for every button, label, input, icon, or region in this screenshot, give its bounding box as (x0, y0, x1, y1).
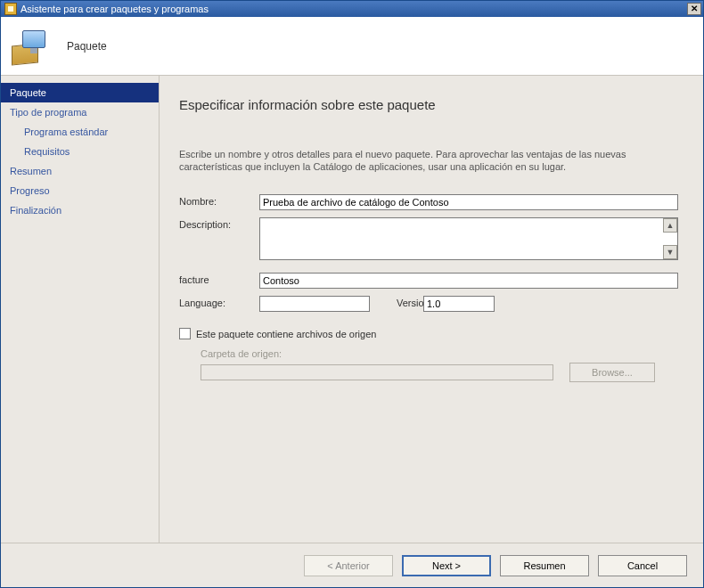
intro-text: Escribe un nombre y otros detalles para … (179, 148, 684, 173)
source-folder-group: Carpeta de origen: Browse... (179, 348, 684, 382)
wizard-steps-sidebar: Paquete Tipo de programa Programa estánd… (1, 76, 160, 543)
main-panel: Especificar información sobre este paque… (160, 76, 703, 543)
browse-button: Browse... (569, 363, 655, 382)
step-progreso[interactable]: Progreso (1, 181, 159, 200)
banner: Paquete (1, 17, 703, 76)
scroll-down-icon[interactable]: ▼ (663, 245, 677, 259)
titlebar: Asistente para crear paquetes y programa… (1, 1, 703, 17)
description-label: Description: (179, 217, 259, 230)
language-label: Language: (179, 296, 259, 308)
close-button[interactable]: ✕ (687, 3, 701, 15)
source-folder-label: Carpeta de origen: (201, 348, 684, 359)
scroll-up-icon[interactable]: ▲ (663, 218, 677, 233)
summary-button[interactable]: Resumen (500, 555, 589, 576)
cancel-button[interactable]: Cancel (598, 555, 687, 576)
step-requisitos[interactable]: Requisitos (1, 142, 159, 161)
source-files-checkbox[interactable] (179, 328, 191, 339)
body: Paquete Tipo de programa Programa estánd… (1, 76, 703, 543)
wizard-window: Asistente para crear paquetes y programa… (0, 0, 704, 588)
banner-label: Paquete (67, 40, 107, 53)
step-finalizacion[interactable]: Finalización (1, 200, 159, 220)
version-label: Version: (370, 296, 423, 308)
source-files-checkbox-label: Este paquete contiene archivos de origen (196, 329, 376, 339)
version-input[interactable] (423, 296, 495, 312)
facture-label: facture (179, 273, 259, 285)
step-resumen[interactable]: Resumen (1, 161, 159, 181)
page-title: Especificar información sobre este paque… (179, 97, 684, 112)
nombre-input[interactable] (259, 194, 678, 210)
facture-input[interactable] (259, 273, 678, 289)
window-title: Asistente para crear paquetes y programa… (20, 4, 209, 14)
step-programa-estandar[interactable]: Programa estándar (1, 122, 159, 142)
source-folder-input (201, 364, 553, 380)
app-icon (4, 3, 17, 15)
nombre-label: Nombre: (179, 194, 259, 207)
step-paquete[interactable]: Paquete (1, 83, 159, 102)
description-textarea[interactable]: ▲ ▼ (259, 217, 678, 260)
language-input[interactable] (259, 296, 370, 312)
step-tipo-programa[interactable]: Tipo de programa (1, 102, 159, 122)
next-button[interactable]: Next > (402, 555, 491, 576)
previous-button[interactable]: < Anterior (304, 555, 393, 576)
wizard-footer: < Anterior Next > Resumen Cancel (1, 543, 703, 587)
package-icon (12, 27, 51, 66)
